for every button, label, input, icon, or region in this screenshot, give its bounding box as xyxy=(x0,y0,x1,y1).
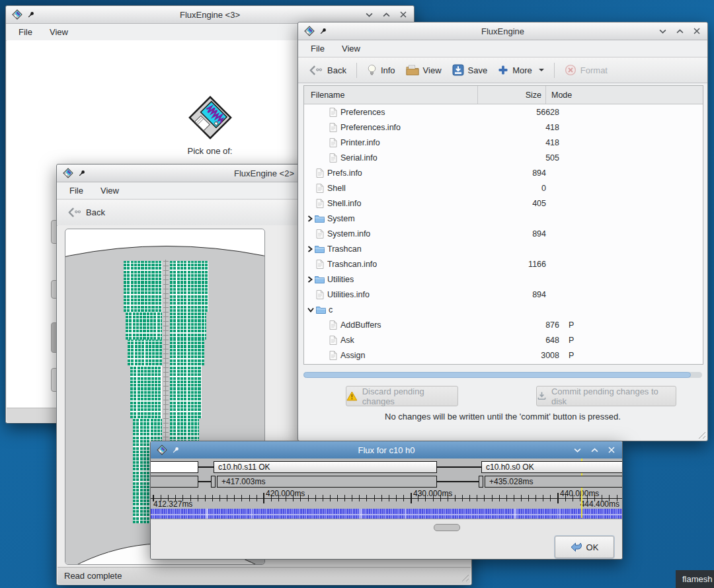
tooltip-text: flamesh xyxy=(682,574,713,584)
minimize-icon[interactable] xyxy=(366,13,373,17)
format-button[interactable]: Format xyxy=(559,61,613,79)
size-cell: 505 xyxy=(496,153,563,163)
save-label: Save xyxy=(468,65,488,75)
horizontal-scrollbar[interactable] xyxy=(303,372,702,378)
ok-button[interactable]: OK xyxy=(555,536,614,558)
connector-line xyxy=(198,481,211,482)
scrollbar-thumb[interactable] xyxy=(303,372,691,378)
table-row[interactable]: Utilities.info894 xyxy=(304,287,703,302)
filename-label: c xyxy=(329,305,333,314)
flux-bottom-panel: OK xyxy=(151,519,622,559)
window-title: FluxEngine xyxy=(298,26,707,36)
column-size[interactable]: Size xyxy=(478,86,546,104)
filename-label: Trashcan xyxy=(327,244,362,254)
filename-label: Ask xyxy=(340,336,354,345)
size-cell: 894 xyxy=(483,290,550,299)
titlebar[interactable]: FluxEngine xyxy=(298,22,707,40)
close-icon[interactable] xyxy=(400,11,407,18)
menu-view[interactable]: View xyxy=(92,186,128,196)
menu-view[interactable]: View xyxy=(41,27,77,37)
table-row[interactable]: Preferences.info418 xyxy=(304,120,703,135)
scrollbar-thumb[interactable] xyxy=(434,524,460,531)
size-cell: 3008 xyxy=(496,351,563,360)
table-row[interactable]: Utilities xyxy=(304,272,703,287)
table-row[interactable]: Serial.info505 xyxy=(304,150,703,165)
pin-icon[interactable] xyxy=(319,27,327,35)
table-body: Preferences56628Preferences.info418Print… xyxy=(304,104,703,363)
maximize-icon[interactable] xyxy=(591,448,598,453)
chevron-right-icon[interactable] xyxy=(307,246,313,252)
sector-box: c10.h0.s0 OK xyxy=(481,461,622,473)
pin-icon[interactable] xyxy=(172,446,180,454)
status-text: Read complete xyxy=(64,571,122,581)
resize-grip[interactable] xyxy=(460,573,469,581)
sector-blocks xyxy=(128,340,162,365)
more-button[interactable]: More xyxy=(493,62,549,78)
column-mode[interactable]: Mode xyxy=(546,86,703,104)
size-cell: 0 xyxy=(483,184,550,193)
pin-icon[interactable] xyxy=(78,169,86,177)
folder-icon xyxy=(315,245,325,253)
filename-label: Utilities.info xyxy=(327,290,370,299)
filename-label: System.info xyxy=(327,229,370,239)
filename-cell: Utilities xyxy=(304,275,474,284)
chevron-right-icon[interactable] xyxy=(307,276,313,283)
titlebar[interactable]: Flux for c10 h0 xyxy=(151,441,622,459)
filename-label: Shell xyxy=(327,184,346,193)
table-row[interactable]: Ask648P xyxy=(304,332,703,348)
filename-label: Printer.info xyxy=(340,138,380,147)
table-row[interactable]: AddBuffers876P xyxy=(304,317,703,332)
mode-cell: P xyxy=(563,320,703,330)
menu-file[interactable]: File xyxy=(61,186,92,196)
table-row[interactable]: System.info894 xyxy=(304,226,703,241)
table-row[interactable]: c xyxy=(304,302,703,317)
save-button[interactable]: Save xyxy=(447,61,493,79)
discard-button[interactable]: Discard pending changes xyxy=(346,386,458,406)
column-filename[interactable]: Filename xyxy=(304,86,478,104)
table-row[interactable]: Trashcan.info1166 xyxy=(304,256,703,272)
menu-file[interactable]: File xyxy=(10,27,41,37)
maximize-icon[interactable] xyxy=(676,29,684,34)
table-row[interactable]: Prefs.info894 xyxy=(304,165,703,180)
menu-view[interactable]: View xyxy=(333,44,369,54)
view-button[interactable]: View xyxy=(401,62,447,78)
filename-cell: Shell.info xyxy=(304,199,483,208)
commit-label: Commit pending changes to disk xyxy=(551,386,676,406)
resize-grip[interactable] xyxy=(697,430,705,439)
commit-button[interactable]: Commit pending changes to disk xyxy=(536,386,676,406)
back-button[interactable]: Back xyxy=(303,62,352,79)
titlebar[interactable]: FluxEngine <3> xyxy=(6,6,414,24)
table-row[interactable]: Preferences56628 xyxy=(304,104,703,120)
menu-file[interactable]: File xyxy=(302,44,333,54)
timing-marker xyxy=(479,476,483,488)
table-row[interactable]: Assign3008P xyxy=(304,348,703,363)
filename-cell: AddBuffers xyxy=(304,320,496,330)
minimize-icon[interactable] xyxy=(574,448,581,453)
table-row[interactable]: Shell.info405 xyxy=(304,196,703,211)
table-row[interactable]: Shell0 xyxy=(304,180,703,196)
filename-label: AddBuffers xyxy=(340,320,381,330)
commit-icon xyxy=(537,391,547,401)
table-row[interactable]: Trashcan xyxy=(304,241,703,256)
chevron-down-icon[interactable] xyxy=(307,307,314,312)
size-cell: 894 xyxy=(483,229,550,239)
dropdown-caret-icon[interactable] xyxy=(539,69,544,71)
table-row[interactable]: Printer.info418 xyxy=(304,135,703,150)
fluxengine-icon xyxy=(63,168,73,178)
back-button[interactable]: Back xyxy=(62,204,110,221)
size-cell: 648 xyxy=(496,336,563,345)
filename-label: Serial.info xyxy=(340,153,377,163)
table-row[interactable]: System xyxy=(304,211,703,226)
filename-cell: Preferences.info xyxy=(304,123,496,132)
chevron-right-icon[interactable] xyxy=(307,215,313,222)
filename-cell: Shell xyxy=(304,184,483,193)
close-icon[interactable] xyxy=(694,28,700,34)
minimize-icon[interactable] xyxy=(659,29,666,34)
fluxengine-icon xyxy=(157,445,167,455)
close-icon[interactable] xyxy=(608,447,615,453)
maximize-icon[interactable] xyxy=(383,13,390,17)
toolbar-separator xyxy=(554,63,555,78)
save-icon xyxy=(452,64,464,76)
info-button[interactable]: Info xyxy=(362,61,401,79)
pin-icon[interactable] xyxy=(27,11,35,18)
